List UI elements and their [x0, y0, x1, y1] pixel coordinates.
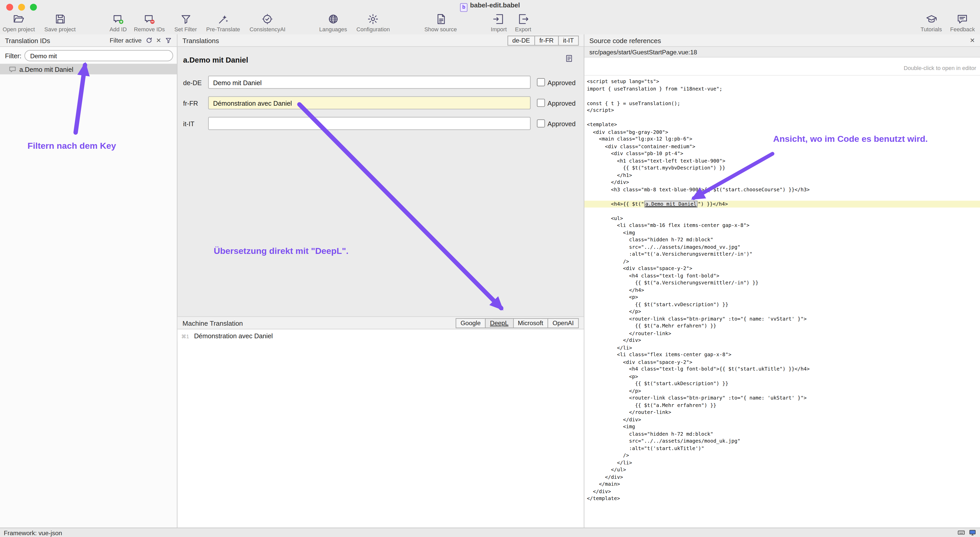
approved-label[interactable]: Approved — [547, 99, 576, 107]
language-label: it-IT — [183, 120, 208, 127]
translations-panel: Translations de-DEfr-FRit-IT a.Demo mit … — [178, 34, 585, 527]
code-line: {{ $t("start.myvbvDescription") }} — [584, 164, 980, 172]
toolbar-label: Open project — [3, 26, 35, 32]
code-line: </div> — [584, 179, 980, 186]
consistency-ai-icon — [262, 13, 274, 25]
language-button-it-it[interactable]: it-IT — [558, 35, 579, 45]
toolbar-set-filter-button[interactable]: Set Filter — [174, 13, 197, 33]
approved-checkbox[interactable] — [537, 78, 545, 86]
code-line: </main> — [584, 481, 980, 488]
toolbar-pre-translate-button[interactable]: Pre-Translate — [206, 13, 240, 33]
code-line: <h4 class="text-lg font-bold"> — [584, 272, 980, 279]
filter-input[interactable] — [25, 50, 173, 61]
translation-row-it-it: it-ITApproved — [183, 117, 578, 130]
language-label: de-DE — [183, 78, 208, 86]
provider-button-openai[interactable]: OpenAI — [548, 318, 579, 328]
language-button-de-de[interactable]: de-DE — [507, 35, 535, 45]
toolbar-label: Configuration — [356, 26, 390, 32]
approved-label[interactable]: Approved — [547, 78, 576, 86]
language-button-fr-fr[interactable]: fr-FR — [535, 35, 559, 45]
toolbar-label: Import — [491, 26, 507, 32]
filter-funnel-icon[interactable] — [165, 37, 172, 44]
import-icon — [493, 13, 504, 25]
toolbar-configuration-button[interactable]: Configuration — [356, 13, 390, 33]
suggestion-text[interactable]: Démonstration avec Daniel — [194, 332, 273, 339]
open-project-icon — [13, 13, 25, 25]
code-line: <h3 class="mb-8 text-blue-900">{{ $t("st… — [584, 186, 980, 193]
code-line — [584, 92, 980, 100]
show-source-icon — [434, 13, 446, 25]
toolbar-import-button[interactable]: Import — [491, 13, 507, 33]
languages-icon — [327, 13, 339, 25]
code-line: /> — [584, 452, 980, 459]
approved-control: Approved — [537, 120, 576, 128]
approved-checkbox[interactable] — [537, 120, 545, 128]
source-reference-item[interactable]: src/pages/start/GuestStartPage.vue:18 — [584, 47, 980, 57]
code-line — [584, 114, 980, 121]
provider-button-google[interactable]: Google — [455, 318, 486, 328]
keyboard-icon[interactable] — [958, 529, 965, 536]
translation-input-fr-fr[interactable] — [208, 96, 530, 109]
framework-status: Framework: vue-json — [4, 529, 62, 536]
toolbar-label: Set Filter — [174, 26, 197, 32]
machine-translation-suggestion-row[interactable]: ⌘1 Démonstration avec Daniel — [178, 330, 584, 342]
code-line: <div class="space-y-2"> — [584, 265, 980, 272]
code-line: <p> — [584, 373, 980, 380]
translation-id-item[interactable]: a.Demo mit Daniel — [0, 64, 177, 74]
annotation-code-usage: Ansicht, wo im Code es benutzt wird. — [773, 134, 928, 144]
code-line: <h4 class="text-lg font-bold">{{ $t("sta… — [584, 366, 980, 373]
bubble-icon — [9, 65, 16, 73]
comment-note-icon[interactable] — [565, 54, 573, 62]
toolbar-consistencyai-button[interactable]: ConsistencyAI — [250, 13, 285, 33]
toolbar-languages-button[interactable]: Languages — [319, 13, 347, 33]
translation-ids-panel: Translation IDs Filter active ✕ Filter: … — [0, 34, 178, 527]
code-line: <img — [584, 229, 980, 236]
approved-checkbox[interactable] — [537, 99, 545, 107]
highlighted-translation-key[interactable]: a.Demo mit Daniel — [644, 200, 698, 207]
toolbar-add-id-button[interactable]: Add ID — [110, 13, 127, 33]
machine-translation-section: Machine Translation GoogleDeepLMicrosoft… — [178, 316, 584, 527]
code-line: /> — [584, 258, 980, 265]
translation-input-de-de[interactable] — [208, 76, 530, 89]
toolbar-show-source-button[interactable]: Show source — [425, 13, 457, 33]
translation-input-it-it[interactable] — [208, 117, 530, 130]
toolbar-export-button[interactable]: Export — [515, 13, 531, 33]
code-line: const { t } = useTranslation(); — [584, 100, 980, 107]
code-line: </ul> — [584, 466, 980, 473]
code-line: <p> — [584, 294, 980, 301]
toolbar-label: Languages — [319, 26, 347, 32]
code-line: </router-link> — [584, 330, 980, 337]
translation-ids-header: Translation IDs Filter active ✕ — [0, 34, 177, 47]
toolbar-label: Tutorials — [921, 26, 942, 32]
code-line: <template> — [584, 121, 980, 129]
refresh-filter-icon[interactable] — [145, 37, 152, 44]
tutorials-icon — [926, 13, 937, 25]
toolbar-open-project-button[interactable]: Open project — [3, 13, 35, 33]
shortcut-badge: ⌘1 — [181, 333, 189, 339]
code-line: <div class="container-medium"> — [584, 143, 980, 150]
code-line: class="hidden h-72 md:block" — [584, 236, 980, 243]
approved-label[interactable]: Approved — [547, 120, 576, 127]
provider-buttons: GoogleDeepLMicrosoftOpenAI — [456, 318, 579, 328]
toolbar-save-project-button[interactable]: Save project — [45, 13, 76, 33]
toolbar-label: Add ID — [110, 26, 127, 32]
screen-icon[interactable] — [969, 529, 976, 536]
provider-button-microsoft[interactable]: Microsoft — [513, 318, 548, 328]
machine-translation-header: Machine Translation GoogleDeepLMicrosoft… — [178, 316, 584, 329]
configuration-icon — [367, 13, 379, 25]
toolbar-remove-ids-button[interactable]: Remove IDs — [134, 13, 165, 33]
code-line: {{ $t("a.Mehr erfahren") }} — [584, 402, 980, 409]
toolbar-feedback-button[interactable]: Feedback — [950, 13, 975, 33]
window-header: bbabel-edit.babel Open projectSave proje… — [0, 0, 980, 35]
provider-button-deepl[interactable]: DeepL — [485, 318, 514, 328]
toolbar-tutorials-button[interactable]: Tutorials — [921, 13, 942, 33]
code-line: :alt="t('a.Versicherungsvermittler/-in')… — [584, 250, 980, 258]
entry-title: a.Demo mit Daniel — [183, 56, 248, 64]
filter-label: Filter: — [5, 52, 22, 59]
code-line: </li> — [584, 344, 980, 351]
code-line: </p> — [584, 308, 980, 316]
code-line: </div> — [584, 337, 980, 344]
close-panel-icon[interactable]: ✕ — [970, 37, 975, 44]
clear-filter-icon[interactable]: ✕ — [156, 37, 161, 44]
open-in-editor-hint: Double-click to open in editor — [584, 57, 980, 76]
